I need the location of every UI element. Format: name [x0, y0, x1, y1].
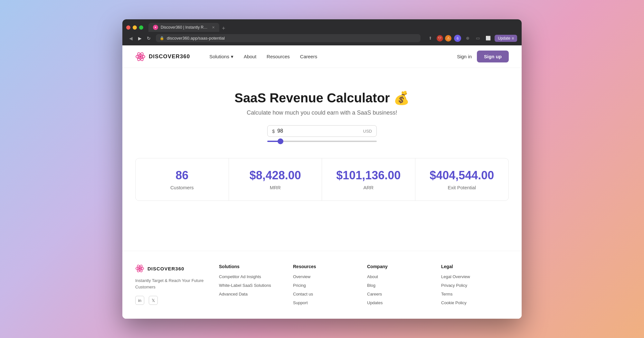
logo-text: DISCOVER360: [149, 53, 190, 60]
footer-contact-us[interactable]: Contact us: [293, 292, 361, 296]
nav-resources[interactable]: Resources: [267, 54, 290, 59]
footer-resources-column: Resources Overview Pricing Contact us Su…: [293, 264, 361, 309]
currency-label: USD: [363, 129, 372, 134]
twitter-icon[interactable]: 𝕏: [149, 296, 158, 305]
page-content: DISCOVER360 Solutions ▾ About Resources …: [122, 45, 522, 319]
resources-heading: Resources: [293, 264, 361, 269]
update-button[interactable]: Update ≡: [495, 35, 517, 42]
update-label: Update: [498, 36, 510, 41]
extension-icon-2[interactable]: ⚠: [445, 35, 451, 42]
customers-label: Customers: [142, 185, 222, 190]
solutions-label: Solutions: [209, 54, 229, 59]
nav-careers[interactable]: Careers: [300, 54, 317, 59]
menu-icon: ≡: [512, 36, 514, 41]
company-heading: Company: [367, 264, 435, 269]
footer-solutions-column: Solutions Competitor Ad Insights White-L…: [219, 264, 287, 309]
share-button[interactable]: ⬆: [426, 34, 434, 42]
solutions-heading: Solutions: [219, 264, 287, 269]
url-display: discover360.app/saas-potential: [167, 36, 225, 41]
footer-blog[interactable]: Blog: [367, 283, 435, 288]
logo-icon: [135, 52, 146, 62]
stat-customers: 86 Customers: [136, 158, 229, 201]
footer-tagline: Instantly Target & Reach Your Future Cus…: [135, 277, 206, 290]
footer-careers[interactable]: Careers: [367, 292, 435, 296]
nav-links: Solutions ▾ About Resources Careers: [209, 54, 457, 60]
footer-brand: DISCOVER360 Instantly Target & Reach You…: [135, 264, 206, 309]
footer-competitor-ad-insights[interactable]: Competitor Ad Insights: [219, 274, 287, 279]
careers-label: Careers: [300, 54, 317, 59]
forward-button[interactable]: ▶: [136, 34, 144, 42]
browser-window: ✦ Discover360 | Instantly Reach ✕ + ◀ ▶ …: [122, 19, 522, 319]
footer-advanced-data[interactable]: Advanced Data: [219, 292, 287, 296]
exit-label: Exit Potential: [422, 185, 502, 190]
browser-actions: ⬆ 🛡 ⚠ 6 ⊕ ▭ ⬜ Update ≡: [426, 34, 517, 42]
footer-support[interactable]: Support: [293, 300, 361, 305]
customers-value: 86: [142, 169, 222, 182]
footer-logo-text: DISCOVER360: [147, 266, 184, 271]
footer-logo[interactable]: DISCOVER360: [135, 264, 206, 273]
hero-subtitle: Calculate how much you could earn with a…: [135, 109, 509, 116]
tab-favicon: ✦: [153, 25, 158, 30]
nav-solutions[interactable]: Solutions ▾: [209, 54, 233, 60]
footer-overview[interactable]: Overview: [293, 274, 361, 279]
nav-actions: Sign in Sign up: [457, 51, 509, 62]
footer-about[interactable]: About: [367, 274, 435, 279]
footer-white-label-saas[interactable]: White-Label SaaS Solutions: [219, 283, 287, 288]
navbar: DISCOVER360 Solutions ▾ About Resources …: [122, 45, 522, 68]
new-tab-button[interactable]: +: [222, 25, 225, 32]
footer-legal-overview[interactable]: Legal Overview: [441, 274, 509, 279]
traffic-lights: [126, 25, 143, 30]
maximize-window-button[interactable]: [139, 25, 143, 30]
mrr-value: $8,428.00: [235, 169, 316, 182]
browser-chrome: ✦ Discover360 | Instantly Reach ✕ + ◀ ▶ …: [122, 19, 522, 45]
tabs-bar: ✦ Discover360 | Instantly Reach ✕ +: [148, 23, 518, 32]
extension-icon-1[interactable]: 🛡: [437, 35, 443, 42]
svg-point-0: [139, 55, 142, 58]
profile-button[interactable]: 6: [454, 35, 461, 42]
signin-button[interactable]: Sign in: [457, 54, 472, 59]
sidebar-button[interactable]: ▭: [474, 34, 482, 42]
page-title: SaaS Revenue Calculator 💰: [135, 90, 509, 106]
address-bar[interactable]: 🔒 discover360.app/saas-potential: [156, 34, 421, 42]
price-input[interactable]: [277, 128, 360, 134]
minimize-window-button[interactable]: [133, 25, 137, 30]
linkedin-icon[interactable]: in: [135, 296, 144, 305]
lock-icon: 🔒: [160, 36, 164, 40]
hero-section: SaaS Revenue Calculator 💰 Calculate how …: [135, 81, 509, 158]
extensions-button[interactable]: ⊕: [464, 34, 471, 42]
close-window-button[interactable]: [126, 25, 130, 30]
stats-grid: 86 Customers $8,428.00 MRR $101,136.00 A…: [135, 158, 509, 201]
footer-privacy-policy[interactable]: Privacy Policy: [441, 283, 509, 288]
footer: DISCOVER360 Instantly Target & Reach You…: [122, 251, 522, 319]
resources-label: Resources: [267, 54, 290, 59]
about-label: About: [244, 54, 256, 59]
social-links: in 𝕏: [135, 296, 206, 305]
signup-button[interactable]: Sign up: [477, 51, 509, 62]
back-button[interactable]: ◀: [127, 34, 135, 42]
footer-pricing[interactable]: Pricing: [293, 283, 361, 288]
footer-updates[interactable]: Updates: [367, 300, 435, 305]
footer-legal-column: Legal Legal Overview Privacy Policy Term…: [441, 264, 509, 309]
mrr-label: MRR: [235, 185, 316, 190]
svg-point-4: [139, 268, 141, 270]
reload-button[interactable]: ↻: [145, 34, 153, 42]
price-input-container: $ USD: [267, 125, 377, 137]
footer-columns: Solutions Competitor Ad Insights White-L…: [219, 264, 509, 309]
price-symbol: $: [272, 128, 275, 134]
footer-logo-icon: [135, 264, 144, 273]
footer-company-column: Company About Blog Careers Updates: [367, 264, 435, 309]
profiles-button[interactable]: ⬜: [484, 34, 492, 42]
price-slider[interactable]: [267, 141, 377, 142]
active-tab[interactable]: ✦ Discover360 | Instantly Reach ✕: [148, 23, 219, 32]
tab-title: Discover360 | Instantly Reach: [161, 25, 208, 30]
tab-close-button[interactable]: ✕: [212, 25, 215, 30]
exit-value: $404,544.00: [422, 169, 502, 182]
footer-cookie-policy[interactable]: Cookie Policy: [441, 300, 509, 305]
footer-terms[interactable]: Terms: [441, 292, 509, 296]
nav-about[interactable]: About: [244, 54, 256, 59]
slider-container: [135, 141, 509, 142]
arr-label: ARR: [328, 185, 409, 190]
logo[interactable]: DISCOVER360: [135, 52, 190, 62]
chevron-down-icon: ▾: [231, 54, 233, 60]
stat-exit: $404,544.00 Exit Potential: [415, 158, 509, 201]
